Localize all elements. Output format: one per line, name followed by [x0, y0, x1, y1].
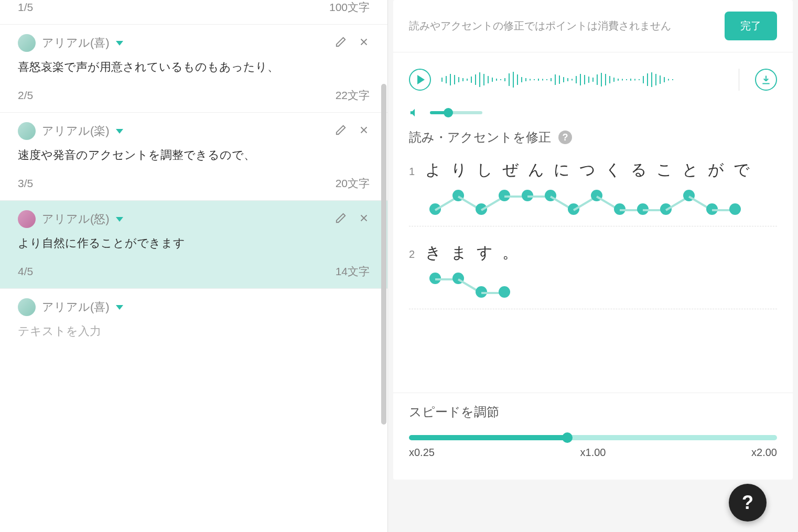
pitch-graph[interactable] [432, 189, 777, 215]
card-text: 速度や発音のアクセントを調整できるので、 [18, 146, 370, 164]
edit-icon[interactable] [335, 212, 347, 224]
voice-name: アリアル(楽) [42, 123, 110, 139]
char-count: 14文字 [336, 264, 370, 279]
card-index: 3/5 [18, 177, 33, 190]
voice-name: アリアル(怒) [42, 211, 110, 227]
text-card-selected[interactable]: アリアル(怒) より自然に作ることができます 4/5 14文字 [0, 201, 387, 289]
download-button[interactable] [755, 69, 777, 91]
card-text: 喜怒哀楽で声が用意されているものもあったり、 [18, 58, 370, 75]
points-notice: 読みやアクセントの修正ではポイントは消費されません [409, 19, 671, 33]
accent-text[interactable]: よりしぜんにつくることがで [425, 159, 759, 181]
volume-thumb[interactable] [444, 108, 453, 117]
card-index: 1/5 [18, 1, 33, 14]
speed-mid-label: x1.00 [580, 447, 606, 459]
char-count: 100文字 [329, 0, 370, 15]
accent-line: 2 きます。 [409, 242, 777, 309]
char-count: 20文字 [336, 176, 370, 191]
text-card-empty[interactable]: アリアル(喜) テキストを入力 [0, 289, 387, 362]
waveform[interactable] [441, 68, 728, 91]
volume-slider[interactable] [430, 111, 482, 114]
volume-icon [409, 107, 420, 118]
pitch-graph[interactable] [432, 272, 777, 298]
edit-icon[interactable] [335, 124, 347, 136]
voice-name: アリアル(喜) [42, 299, 110, 315]
close-icon[interactable] [358, 36, 370, 48]
avatar [18, 210, 36, 228]
scrollbar[interactable] [381, 84, 386, 425]
card-index: 4/5 [18, 265, 33, 278]
accent-line: 1 よりしぜんにつくることがで [409, 159, 777, 226]
char-count: 22文字 [336, 88, 370, 103]
speed-section-title: スピードを調節 [409, 404, 777, 420]
close-icon[interactable] [358, 212, 370, 224]
avatar [18, 122, 36, 140]
editor-panel: 読みやアクセントの修正ではポイントは消費されません 完了 [393, 0, 793, 480]
text-card[interactable]: アリアル(喜) 喜怒哀楽で声が用意されているものもあったり、 2/5 22文字 [0, 25, 387, 113]
avatar [18, 34, 36, 52]
play-button[interactable] [409, 69, 431, 91]
accent-section-title: 読み・アクセントを修正 [409, 129, 551, 146]
chevron-down-icon[interactable] [116, 217, 123, 222]
close-icon[interactable] [358, 124, 370, 136]
line-number: 2 [409, 248, 415, 260]
text-card[interactable]: 1/5 100文字 [0, 0, 387, 25]
text-cards-list: 1/5 100文字 アリアル(喜) 喜怒哀楽で声が用意されているものもあったり、 [0, 0, 388, 532]
divider [739, 69, 739, 91]
help-fab[interactable]: ? [729, 484, 767, 522]
voice-name: アリアル(喜) [42, 35, 110, 51]
speed-min-label: x0.25 [409, 447, 435, 459]
avatar [18, 298, 36, 316]
accent-text[interactable]: きます。 [425, 242, 527, 264]
edit-icon[interactable] [335, 36, 347, 48]
help-icon[interactable]: ? [558, 131, 572, 144]
card-index: 2/5 [18, 89, 33, 102]
play-icon [417, 75, 425, 84]
speed-slider[interactable] [409, 435, 777, 440]
text-card[interactable]: アリアル(楽) 速度や発音のアクセントを調整できるので、 3/5 20文字 [0, 113, 387, 201]
speed-max-label: x2.00 [751, 447, 777, 459]
chevron-down-icon[interactable] [116, 305, 123, 310]
done-button[interactable]: 完了 [725, 12, 777, 40]
chevron-down-icon[interactable] [116, 129, 123, 134]
line-number: 1 [409, 166, 415, 178]
speed-thumb[interactable] [562, 432, 573, 443]
chevron-down-icon[interactable] [116, 41, 123, 46]
card-text: より自然に作ることができます [18, 234, 370, 252]
card-placeholder[interactable]: テキストを入力 [18, 322, 370, 340]
